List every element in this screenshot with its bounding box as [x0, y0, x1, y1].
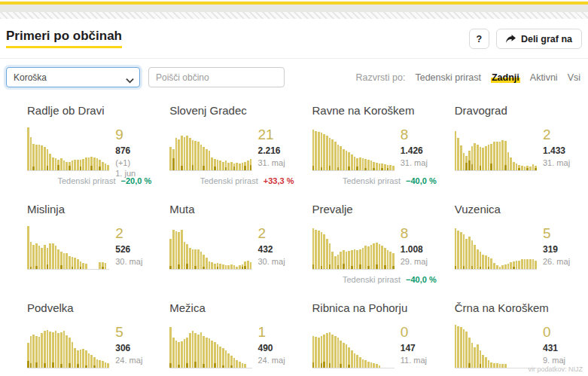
bar[interactable]	[529, 259, 532, 269]
bar-chart[interactable]	[27, 325, 109, 368]
bar[interactable]	[102, 162, 104, 170]
bar-chart[interactable]	[312, 325, 395, 368]
bar[interactable]	[186, 136, 188, 170]
bar[interactable]	[250, 325, 252, 368]
bar[interactable]	[535, 166, 537, 170]
bar[interactable]	[41, 333, 43, 368]
bar[interactable]	[460, 232, 462, 269]
bar[interactable]	[480, 147, 482, 170]
bar[interactable]	[239, 164, 241, 170]
bar[interactable]	[490, 362, 492, 368]
bar[interactable]	[200, 252, 203, 269]
bar[interactable]	[490, 258, 492, 269]
bar-chart[interactable]	[312, 226, 395, 270]
bar[interactable]	[90, 226, 93, 269]
bar[interactable]	[227, 163, 230, 170]
bar[interactable]	[348, 347, 350, 368]
bar[interactable]	[318, 338, 320, 368]
bar[interactable]	[85, 350, 87, 368]
bar[interactable]	[340, 252, 342, 269]
bar[interactable]	[105, 362, 107, 368]
bar[interactable]	[242, 264, 244, 269]
bar[interactable]	[77, 259, 79, 269]
bar[interactable]	[373, 243, 375, 269]
bar[interactable]	[230, 264, 233, 269]
bar[interactable]	[504, 141, 507, 170]
bar[interactable]	[457, 326, 459, 368]
bar[interactable]	[379, 164, 381, 170]
bar[interactable]	[354, 353, 356, 368]
bar[interactable]	[230, 162, 233, 170]
bar[interactable]	[482, 355, 484, 368]
bar[interactable]	[323, 234, 325, 269]
bar[interactable]	[334, 142, 337, 170]
bar[interactable]	[233, 358, 236, 368]
bar[interactable]	[239, 265, 241, 269]
bar[interactable]	[480, 350, 482, 368]
bar[interactable]	[367, 246, 370, 269]
bar[interactable]	[387, 165, 389, 170]
bar[interactable]	[387, 250, 389, 269]
bar[interactable]	[312, 336, 315, 368]
bar[interactable]	[85, 264, 87, 269]
bar[interactable]	[381, 325, 383, 368]
bar[interactable]	[331, 335, 334, 368]
bar-chart[interactable]	[169, 127, 251, 171]
bar[interactable]	[321, 133, 323, 170]
bar[interactable]	[88, 226, 90, 269]
bar[interactable]	[178, 139, 180, 170]
bar[interactable]	[482, 255, 484, 269]
bar[interactable]	[209, 151, 211, 170]
bar[interactable]	[488, 257, 490, 269]
bar[interactable]	[518, 165, 520, 170]
bar[interactable]	[510, 262, 512, 269]
bar[interactable]	[460, 327, 462, 368]
bar[interactable]	[331, 252, 334, 269]
bar[interactable]	[351, 154, 353, 170]
bar[interactable]	[516, 261, 518, 269]
bar[interactable]	[359, 157, 361, 170]
bar[interactable]	[315, 230, 317, 269]
bar[interactable]	[80, 261, 82, 269]
bar[interactable]	[482, 148, 484, 170]
bar[interactable]	[90, 355, 93, 368]
bar[interactable]	[392, 253, 395, 269]
bar[interactable]	[521, 166, 523, 170]
bar[interactable]	[96, 226, 99, 269]
bar-chart[interactable]	[455, 127, 537, 171]
bar[interactable]	[496, 142, 498, 170]
bar[interactable]	[206, 258, 208, 269]
bar[interactable]	[465, 156, 468, 170]
bar[interactable]	[82, 159, 84, 170]
bar[interactable]	[346, 252, 348, 269]
bar[interactable]	[175, 341, 178, 368]
bar[interactable]	[209, 338, 211, 368]
bar[interactable]	[364, 159, 367, 170]
bar[interactable]	[315, 337, 317, 368]
bar[interactable]	[387, 325, 389, 368]
bar-chart[interactable]	[27, 226, 109, 270]
bar[interactable]	[169, 239, 172, 269]
bar[interactable]	[340, 341, 342, 368]
bar[interactable]	[510, 325, 512, 368]
bar[interactable]	[526, 259, 529, 269]
bar[interactable]	[189, 248, 191, 270]
bar[interactable]	[214, 342, 216, 368]
bar[interactable]	[485, 357, 487, 368]
bar[interactable]	[55, 331, 57, 368]
bar[interactable]	[364, 360, 367, 368]
bar[interactable]	[63, 331, 66, 368]
bar[interactable]	[532, 325, 535, 368]
bar[interactable]	[38, 337, 41, 368]
bar[interactable]	[463, 329, 465, 368]
bar[interactable]	[80, 350, 82, 368]
bar[interactable]	[507, 325, 510, 368]
bar[interactable]	[192, 249, 194, 269]
bar[interactable]	[499, 142, 501, 170]
bar[interactable]	[219, 264, 221, 269]
bar[interactable]	[457, 231, 459, 269]
sort-option-aktivni[interactable]: Aktivni	[530, 72, 558, 83]
bar[interactable]	[107, 363, 109, 368]
bar[interactable]	[521, 259, 523, 269]
bar[interactable]	[326, 333, 328, 368]
